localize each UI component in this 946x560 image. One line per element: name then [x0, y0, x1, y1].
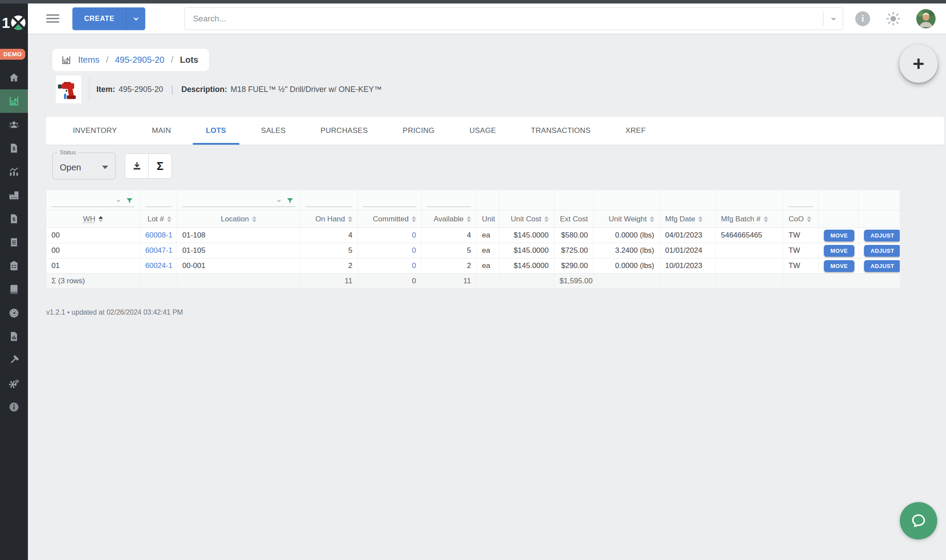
committed-link[interactable]: 0 — [412, 261, 416, 270]
create-button[interactable]: CREATE — [72, 7, 126, 30]
tab-transactions[interactable]: TRANSACTIONS — [513, 117, 608, 145]
column-header-unit-cost[interactable]: Unit Cost — [499, 210, 554, 228]
app-logo: 1 — [0, 11, 28, 34]
factory-icon — [8, 190, 20, 201]
trend-chart-icon — [8, 166, 20, 177]
tab-pricing[interactable]: PRICING — [385, 117, 452, 145]
column-header-mfg-date[interactable]: Mfg Date — [660, 210, 716, 228]
table-filter-row — [46, 190, 900, 210]
location-filter-select[interactable] — [182, 196, 295, 207]
breadcrumb-items-link[interactable]: Items — [78, 55, 99, 65]
totals-sigma-button[interactable]: Σ — [148, 154, 171, 178]
sort-icon — [412, 216, 416, 222]
filter-funnel-icon[interactable] — [126, 197, 133, 205]
chat-fab-button[interactable] — [900, 502, 937, 540]
committed-filter-input[interactable] — [363, 196, 416, 207]
create-dropdown-button[interactable] — [126, 7, 145, 30]
column-header-on-hand[interactable]: On Hand — [301, 210, 358, 228]
breadcrumb-item-number-link[interactable]: 495-2905-20 — [115, 55, 164, 65]
column-header-wh[interactable]: WH — [46, 210, 140, 228]
column-header-coo[interactable]: CoO — [783, 210, 819, 228]
unit-cell: ea — [477, 258, 499, 274]
sidebar-item-home[interactable] — [0, 66, 28, 89]
chevron-down-icon — [830, 15, 837, 23]
sidebar-item-receipts[interactable] — [0, 231, 28, 254]
tab-inventory[interactable]: INVENTORY — [55, 117, 134, 145]
available-filter-input[interactable] — [427, 196, 471, 207]
menu-toggle-button[interactable] — [46, 14, 59, 23]
table-header-row: WH Lot # Location On Hand Committed Avai… — [46, 210, 900, 228]
search-scope-dropdown[interactable] — [823, 12, 837, 26]
sidebar-item-tasks[interactable] — [0, 254, 28, 278]
column-header-mfg-batch[interactable]: Mfg Batch # — [716, 210, 783, 228]
tab-lots[interactable]: LOTS — [188, 117, 244, 145]
sidebar-item-about[interactable] — [0, 395, 28, 419]
user-avatar[interactable] — [916, 9, 936, 28]
purchase-invoice-icon: $ — [8, 213, 20, 224]
sidebar-item-ledger[interactable] — [0, 278, 28, 301]
unit-weight-cell: 3.2400 (lbs) — [594, 243, 660, 258]
sidebar-item-contacts[interactable] — [0, 113, 28, 136]
lot-row: 01 60024-1 00-001 2 0 2 ea $145.0000 $29… — [46, 258, 900, 274]
move-button[interactable]: MOVE — [824, 245, 854, 257]
report-document-icon — [8, 331, 20, 342]
coo-filter-input[interactable] — [789, 196, 813, 207]
sigma-icon: Σ — [157, 160, 164, 172]
sidebar-item-settings[interactable] — [0, 372, 28, 395]
item-description-field: Description: M18 FUEL™ ½" Drill/Driver w… — [181, 85, 382, 94]
plus-icon: + — [913, 54, 925, 74]
item-thumbnail — [56, 75, 81, 103]
tab-xref[interactable]: XREF — [608, 117, 663, 145]
tab-main[interactable]: MAIN — [134, 117, 188, 145]
column-header-ext-cost: Ext Cost — [554, 210, 594, 228]
sidebar-item-sales[interactable]: $ — [0, 136, 28, 160]
column-header-available[interactable]: Available — [422, 210, 477, 228]
column-header-location[interactable]: Location — [177, 210, 301, 228]
committed-link[interactable]: 0 — [412, 231, 416, 239]
download-icon — [132, 161, 142, 171]
drill-product-image — [57, 77, 80, 102]
logo-text: 1 — [2, 15, 10, 30]
lot-link[interactable]: 60008-1 — [145, 231, 172, 239]
column-header-committed[interactable]: Committed — [358, 210, 422, 228]
lot-link[interactable]: 60024-1 — [145, 261, 172, 270]
logo-circle-icon — [10, 15, 26, 31]
sidebar-item-items[interactable] — [0, 89, 28, 113]
move-button[interactable]: MOVE — [824, 260, 854, 272]
tab-usage[interactable]: USAGE — [452, 117, 513, 145]
sort-icon — [348, 216, 352, 222]
sidebar-item-purchasing[interactable]: $ — [0, 207, 28, 231]
column-header-unit-weight[interactable]: Unit Weight — [594, 210, 660, 228]
column-header-lot[interactable]: Lot # — [140, 210, 177, 228]
sidebar-item-tools[interactable] — [0, 348, 28, 372]
sidebar-item-dashboard[interactable] — [0, 301, 28, 325]
sidebar-item-manufacturing[interactable] — [0, 183, 28, 207]
theme-sun-icon[interactable] — [885, 10, 902, 27]
wh-filter-select[interactable] — [51, 196, 134, 207]
adjust-button[interactable]: ADJUST — [864, 230, 900, 241]
clipboard-icon — [8, 260, 20, 272]
adjust-button[interactable]: ADJUST — [864, 245, 900, 257]
filter-funnel-icon[interactable] — [286, 197, 294, 205]
adjust-button[interactable]: ADJUST — [864, 260, 900, 272]
status-select[interactable]: Status Open — [52, 153, 116, 180]
sidebar-item-reports[interactable] — [0, 325, 28, 348]
add-fab-button[interactable]: + — [899, 44, 938, 83]
tab-purchases[interactable]: PURCHASES — [303, 117, 386, 145]
ext-cost-cell: $725.00 — [554, 243, 594, 258]
on-hand-filter-input[interactable] — [306, 196, 352, 207]
search-input[interactable] — [193, 14, 819, 24]
on-hand-cell: 2 — [301, 258, 358, 274]
global-search — [184, 7, 843, 30]
export-download-button[interactable] — [125, 154, 148, 178]
column-header-unit: Unit — [477, 210, 499, 228]
tab-sales[interactable]: SALES — [244, 117, 303, 145]
info-button[interactable]: i — [855, 11, 870, 26]
sidebar-item-analytics[interactable] — [0, 160, 28, 183]
committed-link[interactable]: 0 — [412, 246, 416, 255]
lot-filter-input[interactable] — [145, 196, 171, 207]
wh-cell: 00 — [46, 243, 140, 258]
description-value: M18 FUEL™ ½" Drill/Driver w/ ONE-KEY™ — [231, 85, 382, 94]
lot-link[interactable]: 60047-1 — [145, 246, 172, 255]
move-button[interactable]: MOVE — [824, 230, 854, 241]
